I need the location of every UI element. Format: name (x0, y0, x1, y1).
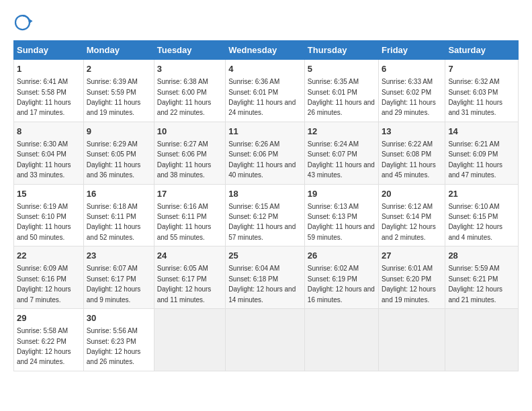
calendar-cell: 20 Sunrise: 6:12 AMSunset: 6:14 PMDaylig… (379, 184, 445, 246)
column-header-monday: Monday (83, 41, 154, 60)
day-info: Sunrise: 6:24 AMSunset: 6:07 PMDaylight:… (308, 140, 375, 179)
day-number: 7 (448, 63, 515, 75)
day-number: 8 (17, 126, 81, 138)
calendar-cell: 21 Sunrise: 6:10 AMSunset: 6:15 PMDaylig… (445, 184, 519, 246)
day-number: 9 (87, 126, 151, 138)
calendar-week-3: 15 Sunrise: 6:19 AMSunset: 6:10 PMDaylig… (14, 184, 519, 246)
day-info: Sunrise: 6:07 AMSunset: 6:17 PMDaylight:… (87, 265, 141, 303)
day-number: 22 (17, 250, 81, 262)
calendar-cell: 5 Sunrise: 6:35 AMSunset: 6:01 PMDayligh… (304, 60, 378, 122)
day-number: 2 (87, 63, 151, 75)
calendar-cell (445, 309, 519, 371)
calendar-cell: 13 Sunrise: 6:22 AMSunset: 6:08 PMDaylig… (379, 122, 445, 184)
day-number: 3 (157, 63, 222, 75)
day-info: Sunrise: 6:13 AMSunset: 6:13 PMDaylight:… (308, 203, 375, 241)
day-number: 4 (228, 63, 302, 75)
calendar-cell: 12 Sunrise: 6:24 AMSunset: 6:07 PMDaylig… (304, 122, 378, 184)
day-number: 19 (308, 188, 375, 200)
day-number: 20 (382, 188, 442, 200)
column-header-saturday: Saturday (445, 41, 519, 60)
calendar-cell: 10 Sunrise: 6:27 AMSunset: 6:06 PMDaylig… (154, 122, 225, 184)
calendar-cell (226, 309, 305, 371)
calendar-cell: 3 Sunrise: 6:38 AMSunset: 6:00 PMDayligh… (154, 60, 225, 122)
calendar-week-5: 29 Sunrise: 5:58 AMSunset: 6:22 PMDaylig… (14, 309, 519, 371)
day-info: Sunrise: 6:30 AMSunset: 6:04 PMDaylight:… (17, 140, 71, 179)
calendar-cell: 17 Sunrise: 6:16 AMSunset: 6:11 PMDaylig… (154, 184, 225, 246)
day-number: 25 (228, 250, 302, 262)
day-number: 18 (228, 188, 302, 200)
day-number: 29 (17, 312, 81, 324)
calendar-cell (379, 309, 445, 371)
day-info: Sunrise: 6:18 AMSunset: 6:11 PMDaylight:… (87, 203, 141, 241)
day-info: Sunrise: 6:38 AMSunset: 6:00 PMDaylight:… (157, 78, 212, 116)
calendar-cell: 11 Sunrise: 6:26 AMSunset: 6:06 PMDaylig… (226, 122, 305, 184)
day-number: 14 (448, 126, 515, 138)
day-info: Sunrise: 6:19 AMSunset: 6:10 PMDaylight:… (17, 203, 71, 241)
calendar-cell: 22 Sunrise: 6:09 AMSunset: 6:16 PMDaylig… (14, 246, 84, 309)
day-info: Sunrise: 5:56 AMSunset: 6:23 PMDaylight:… (87, 327, 141, 365)
day-info: Sunrise: 6:09 AMSunset: 6:16 PMDaylight:… (17, 265, 71, 303)
calendar-cell: 24 Sunrise: 6:05 AMSunset: 6:17 PMDaylig… (154, 246, 225, 309)
day-info: Sunrise: 6:39 AMSunset: 5:59 PMDaylight:… (87, 78, 141, 116)
day-number: 16 (87, 188, 151, 200)
column-header-thursday: Thursday (304, 41, 378, 60)
day-number: 30 (87, 312, 151, 324)
day-number: 28 (448, 250, 515, 262)
calendar-cell: 18 Sunrise: 6:15 AMSunset: 6:12 PMDaylig… (226, 184, 305, 246)
day-info: Sunrise: 6:21 AMSunset: 6:09 PMDaylight:… (448, 140, 502, 179)
day-info: Sunrise: 6:12 AMSunset: 6:14 PMDaylight:… (382, 203, 436, 241)
day-number: 10 (157, 126, 222, 138)
column-header-tuesday: Tuesday (154, 41, 225, 60)
day-info: Sunrise: 6:15 AMSunset: 6:12 PMDaylight:… (228, 203, 296, 241)
page-header (13, 13, 519, 34)
calendar-cell: 6 Sunrise: 6:33 AMSunset: 6:02 PMDayligh… (379, 60, 445, 122)
calendar-cell (304, 309, 378, 371)
day-info: Sunrise: 6:41 AMSunset: 5:58 PMDaylight:… (17, 78, 71, 116)
calendar-cell: 27 Sunrise: 6:01 AMSunset: 6:20 PMDaylig… (379, 246, 445, 309)
calendar-table: SundayMondayTuesdayWednesdayThursdayFrid… (13, 40, 519, 371)
day-number: 6 (382, 63, 442, 75)
day-number: 24 (157, 250, 222, 262)
logo (13, 13, 36, 34)
day-info: Sunrise: 6:02 AMSunset: 6:19 PMDaylight:… (308, 265, 375, 303)
day-info: Sunrise: 5:58 AMSunset: 6:22 PMDaylight:… (17, 327, 71, 365)
day-number: 17 (157, 188, 222, 200)
calendar-cell: 8 Sunrise: 6:30 AMSunset: 6:04 PMDayligh… (14, 122, 84, 184)
day-number: 23 (87, 250, 151, 262)
day-info: Sunrise: 6:36 AMSunset: 6:01 PMDaylight:… (228, 78, 296, 116)
calendar-cell: 14 Sunrise: 6:21 AMSunset: 6:09 PMDaylig… (445, 122, 519, 184)
day-info: Sunrise: 5:59 AMSunset: 6:21 PMDaylight:… (448, 265, 502, 303)
calendar-cell: 19 Sunrise: 6:13 AMSunset: 6:13 PMDaylig… (304, 184, 378, 246)
logo-icon (13, 13, 34, 34)
calendar-cell: 26 Sunrise: 6:02 AMSunset: 6:19 PMDaylig… (304, 246, 378, 309)
day-number: 21 (448, 188, 515, 200)
day-number: 5 (308, 63, 375, 75)
column-header-friday: Friday (379, 41, 445, 60)
column-header-wednesday: Wednesday (226, 41, 305, 60)
day-info: Sunrise: 6:22 AMSunset: 6:08 PMDaylight:… (382, 140, 436, 179)
calendar-cell: 28 Sunrise: 5:59 AMSunset: 6:21 PMDaylig… (445, 246, 519, 309)
calendar-week-1: 1 Sunrise: 6:41 AMSunset: 5:58 PMDayligh… (14, 60, 519, 122)
day-info: Sunrise: 6:35 AMSunset: 6:01 PMDaylight:… (308, 78, 375, 116)
calendar-cell: 1 Sunrise: 6:41 AMSunset: 5:58 PMDayligh… (14, 60, 84, 122)
day-info: Sunrise: 6:26 AMSunset: 6:06 PMDaylight:… (228, 140, 296, 179)
calendar-week-2: 8 Sunrise: 6:30 AMSunset: 6:04 PMDayligh… (14, 122, 519, 184)
calendar-cell: 16 Sunrise: 6:18 AMSunset: 6:11 PMDaylig… (83, 184, 154, 246)
day-number: 26 (308, 250, 375, 262)
day-info: Sunrise: 6:05 AMSunset: 6:17 PMDaylight:… (157, 265, 212, 303)
day-info: Sunrise: 6:04 AMSunset: 6:18 PMDaylight:… (228, 265, 296, 303)
day-info: Sunrise: 6:29 AMSunset: 6:05 PMDaylight:… (87, 140, 141, 179)
day-number: 13 (382, 126, 442, 138)
day-number: 1 (17, 63, 81, 75)
day-info: Sunrise: 6:32 AMSunset: 6:03 PMDaylight:… (448, 78, 502, 116)
calendar-cell: 9 Sunrise: 6:29 AMSunset: 6:05 PMDayligh… (83, 122, 154, 184)
day-info: Sunrise: 6:10 AMSunset: 6:15 PMDaylight:… (448, 203, 502, 241)
calendar-cell: 25 Sunrise: 6:04 AMSunset: 6:18 PMDaylig… (226, 246, 305, 309)
day-info: Sunrise: 6:27 AMSunset: 6:06 PMDaylight:… (157, 140, 212, 179)
calendar-cell: 29 Sunrise: 5:58 AMSunset: 6:22 PMDaylig… (14, 309, 84, 371)
calendar-cell: 23 Sunrise: 6:07 AMSunset: 6:17 PMDaylig… (83, 246, 154, 309)
day-info: Sunrise: 6:01 AMSunset: 6:20 PMDaylight:… (382, 265, 436, 303)
calendar-week-4: 22 Sunrise: 6:09 AMSunset: 6:16 PMDaylig… (14, 246, 519, 309)
day-number: 27 (382, 250, 442, 262)
calendar-cell: 4 Sunrise: 6:36 AMSunset: 6:01 PMDayligh… (226, 60, 305, 122)
